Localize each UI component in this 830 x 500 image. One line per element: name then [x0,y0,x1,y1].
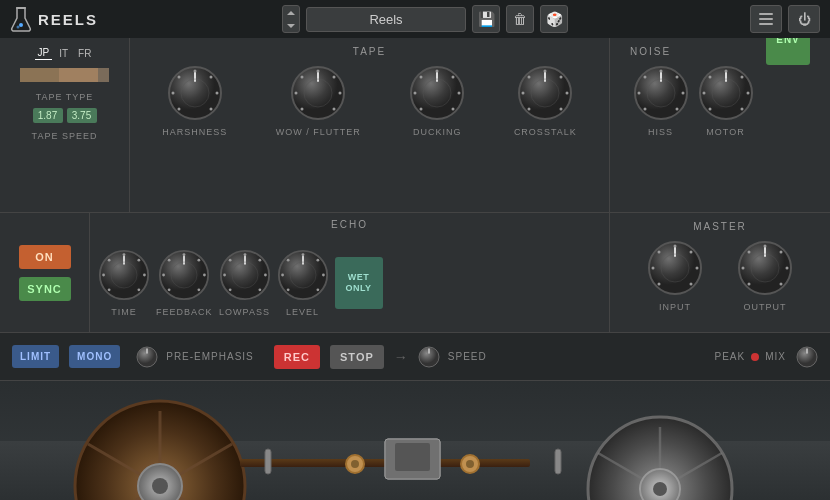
svg-point-26 [458,92,461,95]
svg-point-49 [637,92,640,95]
speed-knob[interactable] [418,346,440,368]
svg-point-27 [452,108,455,111]
svg-point-78 [168,288,171,291]
delete-button[interactable]: 🗑 [506,5,534,33]
level-knob[interactable] [277,249,329,301]
header-right: ⏻ [750,5,820,33]
lowpass-knob[interactable] [219,249,271,301]
mix-knob[interactable] [796,346,818,368]
svg-rect-150 [265,449,271,474]
echo-on-button[interactable]: ON [19,245,71,269]
svg-point-120 [748,251,751,254]
harshness-knob[interactable] [167,65,223,121]
tape-bar-it [59,68,98,82]
output-knob[interactable] [737,240,793,296]
stop-button[interactable]: STOP [330,345,384,369]
svg-point-60 [708,76,711,79]
menu-button[interactable] [750,5,782,33]
peak-label: PEAK [715,351,746,362]
svg-point-100 [286,259,289,262]
time-knob[interactable] [98,249,150,301]
svg-point-20 [301,76,304,79]
master-knobs-row: INPUT OUTPUT [610,240,830,328]
wow-flutter-label: WOW / FLUTTER [276,127,361,137]
hiss-knob[interactable] [633,65,689,121]
wow-flutter-knob[interactable] [290,65,346,121]
main-content: JP IT FR TAPE TYPE 1.87 3.75 TAPE SPEED [0,38,830,500]
svg-point-135 [152,478,168,494]
svg-point-1 [19,23,23,27]
tape-type-fr[interactable]: FR [75,46,94,60]
tape-speed-low[interactable]: 1.87 [33,108,63,123]
middle-panels: ON SYNC ECHO TIME [0,213,830,333]
hiss-label: HISS [648,127,673,137]
svg-point-69 [102,274,105,277]
env-button[interactable]: ENV [766,38,810,65]
tape-type-section: JP IT FR TAPE TYPE 1.87 3.75 TAPE SPEED [0,38,130,212]
pre-emphasis-label: PRE-EMPHASIS [166,351,254,362]
svg-point-98 [286,288,289,291]
svg-point-96 [322,274,325,277]
svg-point-39 [522,92,525,95]
header-center: Reels 💾 🗑 🎲 [108,5,742,33]
tape-type-bar [20,68,110,82]
tape-speed-values: 1.87 3.75 [33,108,97,123]
svg-point-19 [295,92,298,95]
svg-point-59 [702,92,705,95]
feedback-knob[interactable] [158,249,210,301]
svg-point-97 [316,288,319,291]
rec-button[interactable]: REC [274,345,320,369]
svg-point-76 [203,274,206,277]
svg-point-90 [228,259,231,262]
power-button[interactable]: ⏻ [788,5,820,33]
save-button[interactable]: 💾 [472,5,500,33]
limit-button[interactable]: LIMIT [12,345,59,368]
header: REELS Reels 💾 🗑 🎲 [0,0,830,38]
input-knob[interactable] [647,240,703,296]
svg-point-107 [690,283,693,286]
feedback-label: FEEDBACK [156,307,213,317]
svg-point-58 [708,108,711,111]
output-label: OUTPUT [744,302,787,312]
svg-point-18 [301,108,304,111]
harshness-knob-group: HARSHNESS [162,65,227,137]
svg-point-48 [643,108,646,111]
tape-type-label: TAPE TYPE [36,92,94,102]
time-knob-group: TIME [98,249,150,317]
power-icon: ⏻ [798,12,811,27]
logo-text: REELS [38,11,98,28]
mono-button[interactable]: MONO [69,345,120,368]
svg-point-116 [786,267,789,270]
random-button[interactable]: 🎲 [540,5,568,33]
svg-point-66 [143,274,146,277]
tape-type-it[interactable]: IT [56,46,71,60]
ducking-knob[interactable] [409,65,465,121]
tape-speed-label: TAPE SPEED [32,131,98,141]
wet-only-button[interactable]: WET ONLY [335,257,383,309]
crosstalk-knob[interactable] [517,65,573,121]
svg-point-77 [198,288,201,291]
svg-point-45 [675,76,678,79]
pre-emphasis-knob[interactable] [136,346,158,368]
svg-rect-0 [16,7,26,9]
nav-up-icon [287,11,295,15]
peak-area: PEAK MIX [715,346,818,368]
echo-controls: ON SYNC [0,213,90,332]
echo-section-title: ECHO [90,219,609,230]
svg-point-37 [560,108,563,111]
motor-knob[interactable] [698,65,754,121]
motor-label: MOTOR [706,127,744,137]
tape-type-jp[interactable]: JP [35,46,53,60]
tape-speed-high[interactable]: 3.75 [67,108,97,123]
random-icon: 🎲 [546,11,563,27]
save-icon: 💾 [478,11,495,27]
input-label: INPUT [659,302,691,312]
svg-point-65 [137,259,140,262]
svg-point-57 [740,108,743,111]
output-knob-group: OUTPUT [737,240,793,328]
svg-point-29 [414,92,417,95]
echo-sync-button[interactable]: SYNC [19,277,71,301]
logo-area: REELS [10,6,100,32]
preset-nav-button[interactable] [282,5,300,33]
preset-name[interactable]: Reels [306,7,466,32]
